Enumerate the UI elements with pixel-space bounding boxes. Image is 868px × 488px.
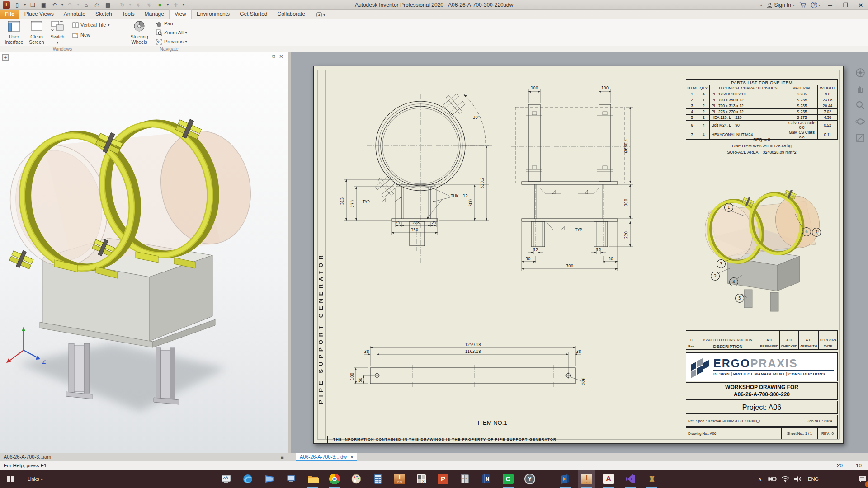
new-file-icon[interactable]: ▯ [13, 1, 21, 9]
viewport-restore-icon[interactable]: ⧉ [272, 53, 275, 59]
taskbar-calculator-icon[interactable] [371, 472, 385, 486]
taskbar-file-explorer-icon[interactable] [306, 472, 320, 486]
restore-button[interactable]: ❐ [840, 2, 851, 9]
tab-tools[interactable]: Tools [117, 10, 140, 19]
svg-text:TYP.: TYP. [362, 200, 370, 204]
update-dropdown[interactable]: ▾ [129, 3, 131, 7]
volume-icon[interactable] [791, 472, 805, 486]
tab-place-views[interactable]: Place Views [19, 10, 59, 19]
tab-sketch[interactable]: Sketch [90, 10, 117, 19]
zoom-all-button[interactable]: Zoom All▾ [156, 28, 187, 37]
action-center-icon[interactable]: 1 [855, 472, 868, 486]
home-icon[interactable]: ⌂ [82, 1, 90, 9]
clean-screen-button[interactable]: Clean Screen [26, 20, 47, 45]
taskbar-powerpoint-icon[interactable]: P [436, 472, 450, 486]
parts-list-title: PARTS LIST FOR ONE ITEM [686, 80, 838, 85]
undo-icon[interactable]: ↶ [51, 1, 58, 9]
clean-screen-icon [30, 20, 43, 32]
material-dropdown[interactable]: ▾ [167, 3, 169, 7]
material-icon[interactable]: ■ [156, 1, 164, 9]
open-icon[interactable]: ❏ [29, 1, 37, 9]
previous-view-button[interactable]: Previous▾ [156, 38, 187, 46]
taskbar-inventor-pro-icon[interactable]: IPRO [393, 472, 406, 486]
titleblock-project: Project: A06 [686, 401, 838, 414]
taskbar-edge-icon[interactable] [241, 472, 255, 486]
pan-button[interactable]: Pan [156, 19, 173, 28]
user-interface-button[interactable]: User Interface ▾ [4, 20, 24, 45]
taskbar-visual-studio-icon[interactable] [623, 472, 637, 486]
tab-manage[interactable]: Manage [140, 10, 169, 19]
taskbar-chrome-icon[interactable] [328, 472, 341, 486]
new-file-dropdown[interactable]: ▾ [24, 3, 26, 7]
tray-chevron-icon[interactable]: ∧ [753, 472, 767, 486]
zoom-tool-icon[interactable] [855, 100, 865, 110]
svg-text:50: 50 [609, 257, 613, 261]
update-icon[interactable]: ↻ [118, 1, 126, 9]
iproperties-icon[interactable]: ▤ [104, 1, 112, 9]
quick-measure-icon[interactable]: ↯ [134, 1, 142, 9]
switch-button[interactable]: Switch▾ [47, 20, 68, 45]
model-viewport[interactable]: + ⧉ ✕ [0, 52, 288, 453]
taskbar-inventor-running-icon[interactable]: ICAD [580, 472, 594, 486]
customize-qat-icon[interactable]: ▾ [183, 3, 184, 7]
taskbar-notebook-app-icon[interactable]: N [480, 472, 493, 486]
switch-windows-icon [51, 20, 64, 32]
tab-list-menu-icon[interactable]: ≡ [278, 454, 286, 460]
orbit-tool-icon[interactable] [855, 117, 865, 127]
help-button[interactable]: ? ▾ [811, 2, 820, 8]
titleblock-heading: WORKSHOP DRAWING FOR [686, 384, 837, 390]
taskbar-pc-app-icon[interactable] [284, 472, 298, 486]
full-navigation-wheel-icon[interactable] [855, 68, 865, 78]
svg-text:ft: ft [466, 477, 467, 480]
taskbar-monitor-app-icon[interactable] [219, 472, 233, 486]
ribbon-display-toggle[interactable]: ▴▾ [316, 12, 326, 19]
taskbar-paint-icon[interactable] [349, 472, 363, 486]
tab-view[interactable]: View [169, 9, 192, 19]
close-button[interactable]: ✕ [855, 2, 866, 9]
taskbar-towers-app-icon[interactable]: ♜ [645, 472, 659, 486]
language-indicator[interactable]: ENG [806, 472, 821, 486]
start-button[interactable] [4, 472, 17, 486]
tab-file[interactable]: File [0, 10, 19, 19]
taskbar-autocad-icon[interactable]: A [602, 472, 615, 486]
taskbar-media-player-icon[interactable] [558, 472, 572, 486]
look-at-tool-icon[interactable] [855, 133, 865, 143]
links-toolbar[interactable]: Links» [22, 472, 49, 486]
iso-view: 1 2 3 4 5 6 7 [699, 188, 825, 311]
parameters-icon[interactable]: ↯ [145, 1, 153, 9]
undo-dropdown[interactable]: ▾ [61, 3, 63, 7]
tab-close-icon[interactable]: × [350, 454, 353, 460]
minimize-button[interactable]: ─ [825, 2, 835, 9]
tab-get-started[interactable]: Get Started [235, 10, 272, 19]
viewport-close-icon[interactable]: ✕ [279, 53, 283, 60]
save-icon[interactable]: ▣ [40, 1, 47, 9]
battery-icon[interactable] [766, 472, 779, 486]
redo-icon[interactable]: ↷ [66, 1, 74, 9]
wifi-icon[interactable] [778, 472, 792, 486]
tab-collaborate[interactable]: Collaborate [273, 10, 310, 19]
new-window-button[interactable]: New [72, 31, 90, 39]
cart-icon[interactable] [799, 2, 807, 8]
taskbar-remote-desktop-icon[interactable] [263, 472, 276, 486]
tab-assembly-document[interactable]: A06-26-A-700-3...iam [0, 453, 55, 461]
redo-dropdown[interactable]: ▾ [77, 3, 79, 7]
tab-environments[interactable]: Environments [192, 10, 235, 19]
pan-tool-icon[interactable] [855, 84, 865, 94]
taskbar-unit-converter-icon[interactable]: inft [458, 472, 472, 486]
steering-wheels-button[interactable]: Steering Wheels [129, 20, 150, 45]
drawing-no-cell: Drawing No.: A06 [686, 427, 782, 439]
vertical-tile-button[interactable]: Vertical Tile▾ [72, 21, 109, 29]
browser-expand-icon[interactable]: + [2, 54, 9, 61]
collapse-arrow-icon[interactable]: ◂ [760, 3, 762, 7]
drawing-viewport[interactable]: .ln { stroke:#2f2f2f; stroke-width:1.1; … [291, 52, 868, 453]
taskbar-clock-app-icon[interactable]: Y [523, 472, 537, 486]
appearance-add-icon[interactable]: ✚ [172, 1, 179, 9]
sign-in-button[interactable]: Sign In ▾ [767, 2, 795, 8]
taskbar-camtasia-icon[interactable]: C [501, 472, 515, 486]
tab-annotate[interactable]: Annotate [59, 10, 90, 19]
inventor-app-icon[interactable]: I [3, 1, 10, 9]
print-icon[interactable]: ⎙ [93, 1, 101, 9]
taskbar-snipping-app-icon[interactable]: x [415, 472, 428, 486]
tab-drawing-document[interactable]: A06-26-A-700-3...idw × [296, 453, 357, 461]
svg-text:220: 220 [624, 231, 628, 239]
